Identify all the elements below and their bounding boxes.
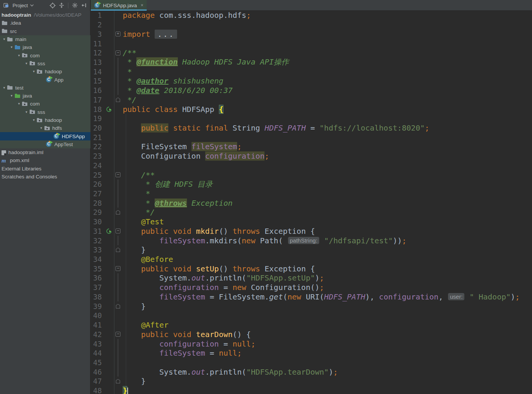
- chevron-down-icon[interactable]: [30, 2, 34, 9]
- code-line-16[interactable]: 16 * @date 2018/6/20 00:37: [91, 86, 532, 95]
- expand-arrow-icon[interactable]: ▼: [31, 68, 36, 76]
- code-line-12[interactable]: 12−/**: [91, 48, 532, 58]
- code-line-38[interactable]: 38 fileSystem = FileSystem.get(new URI(H…: [91, 292, 532, 302]
- expand-arrow-icon[interactable]: ▼: [9, 43, 14, 51]
- code-line-2[interactable]: 2: [91, 20, 532, 30]
- code-line-13[interactable]: 13 * @function Hadoop HDFS Java API操作: [91, 58, 532, 67]
- collapse-all-icon[interactable]: [58, 2, 65, 9]
- code-line-43[interactable]: 43 configuration = null;: [91, 339, 532, 348]
- code-line-29[interactable]: 29 */: [91, 208, 532, 217]
- code-line-34[interactable]: 34 @Before: [91, 255, 532, 264]
- expand-arrow-icon[interactable]: ▼: [16, 52, 22, 60]
- expand-arrow-icon[interactable]: ▼: [24, 60, 29, 68]
- project-view-icon[interactable]: [2, 2, 10, 9]
- tab-hdfsapp-java[interactable]: C HDFSApp.java ×: [91, 0, 147, 11]
- tree-item-main-java[interactable]: ▼java: [0, 43, 90, 51]
- code-line-23[interactable]: 23 Configuration configuration;: [91, 151, 532, 161]
- code-editor[interactable]: 1package com.sss.hadoop.hdfs;23+import .…: [91, 11, 532, 394]
- code-line-32[interactable]: 32 fileSystem.mkdirs(new Path( pathStrin…: [91, 236, 532, 245]
- fold-collapse-icon[interactable]: −: [114, 48, 122, 58]
- tree-item-scratches[interactable]: Scratches and Consoles: [0, 173, 90, 181]
- code-line-22[interactable]: 22 FileSystem fileSystem;: [91, 142, 532, 151]
- code-line-44[interactable]: 44 fileSystem = null;: [91, 348, 532, 358]
- code-line-37[interactable]: 37 configuration = new Configuration();: [91, 283, 532, 292]
- code-line-42[interactable]: 42− public void tearDown() {: [91, 329, 532, 339]
- fold-collapse-icon[interactable]: −: [114, 329, 122, 339]
- code-line-35[interactable]: 35− public void setUp() throws Exception…: [91, 264, 532, 273]
- expand-arrow-icon[interactable]: ▼: [31, 116, 36, 124]
- tree-item-test[interactable]: ▼test: [0, 84, 90, 92]
- tree-item-test-java[interactable]: ▼java: [0, 92, 90, 100]
- expand-arrow-icon[interactable]: ▼: [2, 84, 7, 92]
- code-line-1[interactable]: 1package com.sss.hadoop.hdfs;: [91, 11, 532, 20]
- tree-item-test-hdfs[interactable]: ▼hdfs: [0, 124, 90, 132]
- tree-item-test-com[interactable]: ▼com: [0, 100, 90, 108]
- fold-end-icon[interactable]: [114, 95, 122, 104]
- code-text: }: [123, 245, 146, 254]
- code-line-27[interactable]: 27 *: [91, 189, 532, 199]
- code-line-18[interactable]: 18public class HDFSApp {: [91, 104, 532, 114]
- fold-expand-icon[interactable]: +: [114, 29, 122, 39]
- tree-item-hdfsapp-class[interactable]: CHDFSApp: [0, 132, 90, 140]
- tree-item-src[interactable]: src: [0, 27, 90, 35]
- hide-panel-icon[interactable]: [80, 2, 88, 9]
- tree-item-main-com[interactable]: ▼com: [0, 51, 90, 59]
- code-line-33[interactable]: 33 }: [91, 245, 532, 255]
- tree-item-main-hadoop[interactable]: ▼hadoop: [0, 68, 90, 76]
- code-line-14[interactable]: 14 *: [91, 67, 532, 76]
- code-line-3[interactable]: 3+import ...: [91, 29, 532, 39]
- fold-end-icon[interactable]: [114, 208, 122, 217]
- code-line-11[interactable]: 11: [91, 39, 532, 48]
- tree-item-hadooptrain[interactable]: hadooptrain/Volumes/doc/IDEAP: [0, 11, 90, 19]
- fold-end-icon[interactable]: [114, 377, 122, 386]
- code-line-20[interactable]: 20 public static final String HDFS_PATH …: [91, 123, 532, 133]
- panel-title[interactable]: Project: [13, 3, 28, 8]
- code-line-39[interactable]: 39 }: [91, 301, 532, 311]
- close-tab-icon[interactable]: ×: [141, 3, 143, 8]
- code-line-36[interactable]: 36 System.out.println("HDFSApp.setUp");: [91, 273, 532, 283]
- code-line-30[interactable]: 30 @Test: [91, 217, 532, 227]
- code-line-26[interactable]: 26 * 创建 HDFS 目录: [91, 180, 532, 189]
- code-line-48[interactable]: 48}: [91, 386, 532, 394]
- expand-arrow-icon[interactable]: ▼: [39, 124, 44, 132]
- tree-item-apptest-class[interactable]: CAppTest: [0, 140, 90, 148]
- fold-end-icon[interactable]: [114, 245, 122, 255]
- settings-icon[interactable]: [71, 2, 79, 9]
- run-test-icon[interactable]: [104, 104, 114, 114]
- code-line-41[interactable]: 41 @After: [91, 320, 532, 330]
- code-line-17[interactable]: 17 */: [91, 95, 532, 104]
- tree-item-iml-file[interactable]: hadooptrain.iml: [0, 148, 90, 156]
- tree-item-main[interactable]: ▼main: [0, 35, 90, 43]
- code-line-45[interactable]: 45: [91, 358, 532, 367]
- fold-collapse-icon[interactable]: −: [114, 264, 122, 273]
- code-line-19[interactable]: 19: [91, 114, 532, 123]
- expand-arrow-icon[interactable]: ▼: [16, 100, 22, 108]
- tree-item-test-sss[interactable]: ▼sss: [0, 108, 90, 116]
- run-test-icon[interactable]: [104, 227, 114, 236]
- tree-item-pom-file[interactable]: mpom.xml: [0, 156, 90, 164]
- tree-item-external-libraries[interactable]: External Libraries: [0, 165, 90, 173]
- code-line-24[interactable]: 24: [91, 161, 532, 170]
- tree-item-idea[interactable]: .idea: [0, 19, 90, 27]
- tree-item-main-sss[interactable]: ▼sss: [0, 60, 90, 68]
- code-line-46[interactable]: 46 System.out.println("HDFSApp.tearDown"…: [91, 367, 532, 377]
- expand-arrow-icon[interactable]: ▼: [2, 35, 7, 43]
- line-number: 14: [91, 68, 104, 76]
- tree-item-test-hadoop[interactable]: ▼hadoop: [0, 116, 90, 124]
- code-line-15[interactable]: 15 * @author shishusheng: [91, 76, 532, 86]
- fold-collapse-icon[interactable]: −: [114, 227, 122, 236]
- code-line-31[interactable]: 31− public void mkdir() throws Exception…: [91, 227, 532, 236]
- code-line-47[interactable]: 47 }: [91, 377, 532, 386]
- fold-end-icon[interactable]: [114, 301, 122, 311]
- tree-item-app-class[interactable]: CApp: [0, 76, 90, 84]
- code-text: Configuration configuration;: [123, 151, 269, 161]
- line-number: 21: [91, 133, 104, 142]
- code-line-28[interactable]: 28 * @throws Exception: [91, 198, 532, 208]
- code-line-40[interactable]: 40: [91, 311, 532, 320]
- fold-collapse-icon[interactable]: −: [114, 170, 122, 180]
- code-line-21[interactable]: 21: [91, 132, 532, 142]
- code-line-25[interactable]: 25− /**: [91, 170, 532, 180]
- expand-arrow-icon[interactable]: ▼: [24, 108, 29, 116]
- expand-arrow-icon[interactable]: ▼: [9, 92, 14, 100]
- locate-icon[interactable]: [49, 2, 56, 9]
